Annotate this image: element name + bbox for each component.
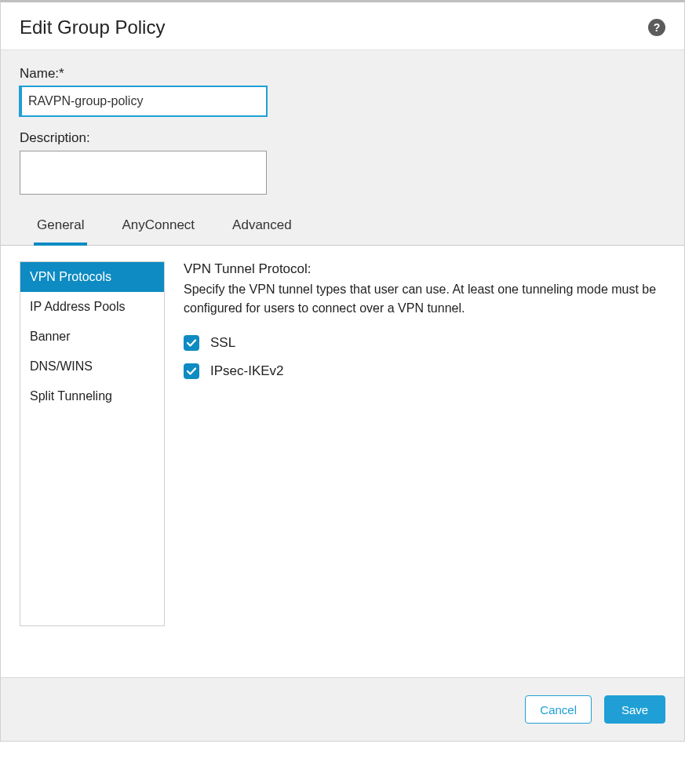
dialog-footer: Cancel Save	[1, 677, 684, 741]
check-icon	[186, 366, 197, 377]
side-nav: VPN Protocols IP Address Pools Banner DN…	[20, 261, 165, 626]
checkbox-row-ssl: SSL	[184, 335, 665, 351]
tab-anyconnect[interactable]: AnyConnect	[118, 211, 198, 245]
panel-description: Specify the VPN tunnel types that user c…	[184, 280, 665, 318]
dialog-body: VPN Protocols IP Address Pools Banner DN…	[1, 246, 684, 677]
help-icon[interactable]: ?	[648, 19, 665, 36]
side-item-ip-address-pools[interactable]: IP Address Pools	[20, 292, 164, 322]
tabs-row: General AnyConnect Advanced	[20, 211, 665, 245]
checkbox-ipsec-ikev2[interactable]	[184, 363, 199, 379]
checkbox-ssl[interactable]	[184, 335, 199, 351]
form-top-section: Name:* Description: General AnyConnect A…	[1, 50, 684, 246]
side-item-vpn-protocols[interactable]: VPN Protocols	[20, 262, 164, 292]
content-panel: VPN Tunnel Protocol: Specify the VPN tun…	[165, 261, 665, 662]
name-input[interactable]	[20, 86, 267, 116]
panel-title: VPN Tunnel Protocol:	[184, 261, 665, 277]
dialog-title: Edit Group Policy	[20, 16, 165, 38]
name-label: Name:*	[20, 66, 665, 82]
description-input[interactable]	[20, 151, 267, 195]
description-field-row: Description:	[20, 130, 665, 197]
side-item-dns-wins[interactable]: DNS/WINS	[20, 352, 164, 381]
name-field-row: Name:*	[20, 66, 665, 116]
tab-advanced[interactable]: Advanced	[229, 211, 295, 245]
save-button[interactable]: Save	[604, 695, 665, 724]
checkbox-row-ipsec: IPsec-IKEv2	[184, 363, 665, 379]
dialog-header: Edit Group Policy ?	[1, 2, 684, 50]
side-item-split-tunneling[interactable]: Split Tunneling	[20, 381, 164, 411]
description-label: Description:	[20, 130, 665, 146]
side-item-banner[interactable]: Banner	[20, 322, 164, 352]
cancel-button[interactable]: Cancel	[525, 695, 592, 724]
checkbox-label-ssl: SSL	[210, 335, 235, 351]
edit-group-policy-dialog: Edit Group Policy ? Name:* Description: …	[0, 0, 685, 742]
check-icon	[186, 337, 197, 348]
tab-general[interactable]: General	[34, 211, 87, 246]
checkbox-label-ipsec: IPsec-IKEv2	[210, 363, 284, 379]
